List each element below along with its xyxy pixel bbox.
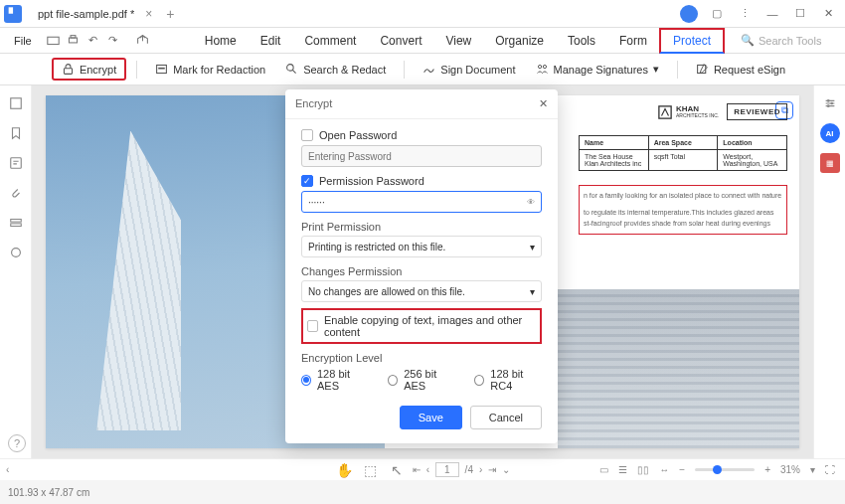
- zoom-value: 31%: [780, 464, 800, 475]
- window-layout-icon[interactable]: ▢: [704, 1, 730, 27]
- help-icon[interactable]: ?: [8, 434, 26, 452]
- layers-icon[interactable]: [6, 243, 26, 262]
- zoom-in-icon[interactable]: +: [764, 464, 770, 475]
- menu-view[interactable]: View: [433, 30, 483, 52]
- permission-password-input[interactable]: ······ 👁: [301, 191, 542, 213]
- svg-point-18: [826, 104, 829, 107]
- esign-icon: [696, 63, 709, 76]
- encryption-radio-group: 128 bit AES 256 bit AES 128 bit RC4: [301, 368, 542, 392]
- permission-password-checkbox[interactable]: ✓ Permission Password: [301, 175, 542, 187]
- sign-document-button[interactable]: Sign Document: [415, 60, 523, 79]
- enable-copy-label: Enable copying of text, images and other…: [324, 314, 536, 338]
- settings-icon[interactable]: [820, 93, 840, 113]
- view-single-icon[interactable]: ▭: [599, 464, 608, 475]
- redo-icon[interactable]: ↷: [103, 31, 123, 51]
- search-redact-button[interactable]: Search & Redact: [277, 60, 394, 79]
- cursor-tool-icon[interactable]: ↖: [387, 460, 407, 480]
- zoom-out-icon[interactable]: −: [679, 464, 685, 475]
- search-tools[interactable]: 🔍 Search Tools: [741, 34, 821, 47]
- open-password-label: Open Password: [319, 129, 397, 141]
- comments-icon[interactable]: [6, 153, 26, 173]
- manage-signatures-button[interactable]: Manage Signatures ▾: [528, 60, 667, 79]
- page-number-input[interactable]: 1: [435, 462, 459, 477]
- menu-protect[interactable]: Protect: [659, 28, 725, 54]
- request-esign-label: Request eSign: [714, 64, 785, 76]
- checkbox-icon: [301, 129, 313, 141]
- close-window-button[interactable]: ✕: [815, 1, 841, 27]
- attachments-icon[interactable]: [6, 183, 26, 203]
- save-button[interactable]: Save: [400, 406, 462, 429]
- menu-edit[interactable]: Edit: [249, 30, 293, 52]
- enc-256aes-radio[interactable]: 256 bit AES: [388, 368, 454, 392]
- add-tab-button[interactable]: +: [166, 6, 174, 22]
- radio-selected-icon: [301, 375, 311, 386]
- menu-tools[interactable]: Tools: [556, 30, 607, 52]
- checkbox-checked-icon: ✓: [301, 175, 313, 187]
- more-icon[interactable]: ⋮: [732, 1, 758, 27]
- undo-icon[interactable]: ↶: [84, 31, 103, 51]
- manage-sig-icon: [536, 63, 549, 76]
- page-total: /4: [465, 464, 473, 475]
- svg-point-16: [826, 99, 829, 102]
- request-esign-button[interactable]: Request eSign: [688, 60, 793, 79]
- file-menu[interactable]: File: [6, 32, 40, 50]
- protect-toolbar: Encrypt Mark for Redaction Search & Reda…: [0, 54, 845, 85]
- dialog-close-icon[interactable]: ✕: [539, 97, 548, 110]
- fields-icon[interactable]: [6, 213, 26, 233]
- thumbnails-icon[interactable]: [6, 93, 26, 113]
- avatar[interactable]: [676, 1, 702, 27]
- ai-icon[interactable]: AI: [820, 123, 840, 143]
- logo-mark-icon: [658, 105, 672, 119]
- enc-128aes-radio[interactable]: 128 bit AES: [301, 368, 368, 392]
- print-permission-select[interactable]: Printing is restricted on this file. ▾: [301, 236, 542, 257]
- mark-redaction-button[interactable]: Mark for Redaction: [147, 60, 273, 79]
- open-password-checkbox[interactable]: Open Password: [301, 129, 542, 141]
- view-two-icon[interactable]: ▯▯: [637, 464, 649, 475]
- select-tool-icon[interactable]: ⬚: [361, 460, 381, 480]
- encrypt-button[interactable]: Encrypt: [52, 58, 126, 81]
- menu-comment[interactable]: Comment: [292, 30, 368, 52]
- info-v-name: The Sea House Klan Architects inc: [580, 150, 649, 170]
- view-continuous-icon[interactable]: ☰: [618, 464, 627, 475]
- svg-point-17: [830, 102, 833, 105]
- last-page-icon[interactable]: ⇥: [488, 464, 496, 475]
- zoom-slider[interactable]: [695, 468, 755, 471]
- changes-permission-select[interactable]: No changes are allowed on this file. ▾: [301, 280, 542, 302]
- permission-password-label: Permission Password: [319, 175, 424, 187]
- search-redact-icon: [285, 63, 298, 76]
- close-tab-icon[interactable]: ×: [145, 7, 152, 21]
- lock-icon: [62, 63, 75, 76]
- open-password-input: [301, 145, 542, 167]
- hand-tool-icon[interactable]: ✋: [335, 460, 355, 480]
- cancel-button[interactable]: Cancel: [470, 406, 542, 429]
- next-page-icon[interactable]: ›: [479, 464, 482, 475]
- scroll-down-icon[interactable]: ⌄: [502, 464, 510, 475]
- menu-convert[interactable]: Convert: [368, 30, 433, 52]
- fit-width-icon[interactable]: ↔: [659, 464, 669, 475]
- enc-128rc4-radio[interactable]: 128 bit RC4: [474, 368, 542, 392]
- print-icon[interactable]: [64, 31, 84, 51]
- maximize-button[interactable]: ☐: [787, 1, 813, 27]
- doc-logo1-sub: ARCHITECTS INC.: [676, 113, 719, 118]
- eye-icon[interactable]: 👁: [527, 198, 535, 207]
- minimize-button[interactable]: —: [760, 1, 785, 27]
- menu-home[interactable]: Home: [193, 30, 249, 52]
- menu-form[interactable]: Form: [607, 30, 659, 52]
- svg-point-6: [287, 65, 294, 72]
- prev-page-icon[interactable]: ‹: [426, 464, 429, 475]
- document-tab[interactable]: ppt file-sample.pdf * ×: [28, 4, 158, 24]
- radio-icon: [388, 375, 398, 386]
- app-tile-icon[interactable]: ▦: [820, 153, 840, 173]
- open-icon[interactable]: [44, 31, 64, 51]
- chevron-down-icon: ▾: [530, 242, 535, 252]
- share-icon[interactable]: [133, 31, 153, 51]
- fullscreen-icon[interactable]: ⛶: [825, 464, 835, 475]
- svg-point-14: [11, 249, 20, 257]
- bookmark-icon[interactable]: [6, 123, 26, 143]
- menu-organize[interactable]: Organize: [483, 30, 556, 52]
- permission-password-value: ······: [308, 197, 325, 208]
- enable-copy-checkbox[interactable]: Enable copying of text, images and other…: [307, 314, 536, 338]
- scroll-left-icon[interactable]: ‹: [6, 464, 9, 475]
- first-page-icon[interactable]: ⇤: [413, 464, 421, 475]
- chevron-down-icon[interactable]: ▾: [810, 464, 815, 475]
